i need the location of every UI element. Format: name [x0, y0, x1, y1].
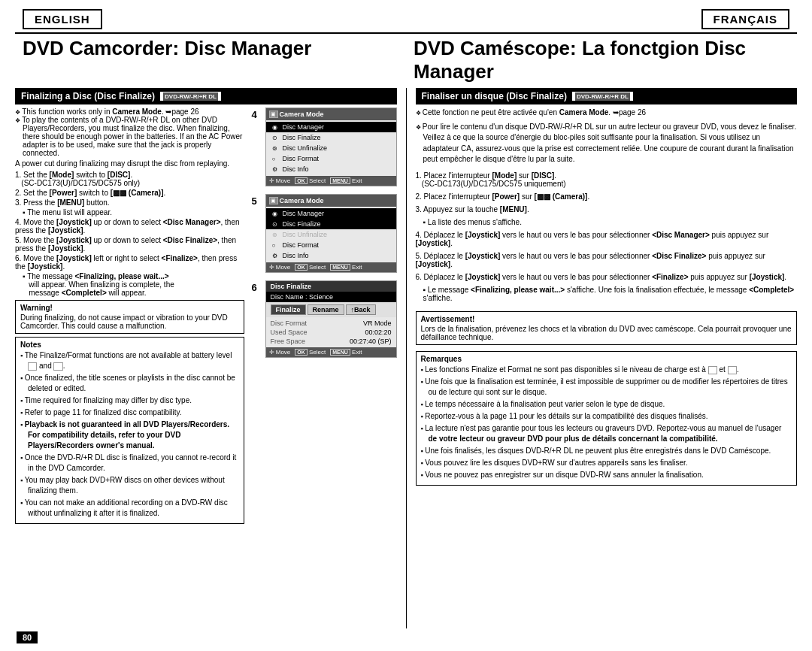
notes-box-en: Notes The Finalize/Format functions are …: [15, 337, 244, 524]
lang-fr-badge: FRANÇAIS: [701, 9, 790, 29]
disc-unfinalize-icon-5: ⊚: [272, 232, 280, 238]
menu-item-disc-manager-5: ◉Disc Manager: [266, 208, 396, 219]
intro-note: A power cut during finalizing may disrup…: [15, 159, 244, 168]
note-1: The Finalize/Format functions are not av…: [20, 350, 239, 371]
menu-item-disc-finalize-5: ⊙Disc Finalize: [266, 219, 396, 229]
section-title-fr: Finaliser un disque (Disc Finalize): [422, 91, 567, 101]
nav-menu-6: MENU Exit: [330, 349, 362, 356]
warning-title-en: Warning!: [20, 304, 239, 312]
nav-move-4: ✛ Move: [269, 177, 291, 184]
screen6-number: 6: [252, 282, 257, 293]
step-4: 4. Move the [Joystick] up or down to sel…: [15, 218, 244, 235]
rem-title-fr: Remarques: [421, 355, 792, 363]
intro-bullet-2: To play the contents of a DVD-RW/-R/+R D…: [15, 116, 244, 157]
main-content: Finalizing a Disc (Disc Finalize) DVD-RW…: [0, 83, 812, 633]
screen6-actions: Finalize Rename ↑Back: [266, 302, 396, 317]
page: ENGLISH FRANÇAIS DVD Camcorder: Disc Man…: [0, 0, 812, 651]
screen4: ▣ Camera Mode ◉Disc Manager ⊙Disc Finali…: [265, 107, 397, 186]
fr-note-8: Vous ne pouvez pas enregistrer sur un di…: [421, 470, 792, 480]
used-space-label: Used Space: [271, 329, 308, 336]
note-4: Refer to page 11 for finalized disc comp…: [20, 407, 239, 418]
screen6-disc-name: Disc Name : Science: [266, 292, 396, 302]
fr-step-3a: ▪ La liste des menus s'affiche.: [416, 218, 798, 226]
fr-note-7: Vous pouvez lire les disques DVD+RW sur …: [421, 458, 792, 468]
used-space-row: Used Space 00:02:20: [271, 328, 392, 337]
warning-text-en: During finalizing, do not cause impact o…: [20, 313, 239, 330]
title-row: DVD Camcorder: Disc Manager DVD Caméscop…: [0, 34, 812, 83]
step-2: 2. Set the [Power] switch to [▩▩ (Camera…: [15, 189, 244, 197]
fr-step-4: 4. Déplacez le [Joystick] vers le haut o…: [416, 231, 798, 247]
screen4-nav: ✛ Move OK Select MENU Exit: [266, 176, 396, 186]
col-french: Finaliser un disque (Disc Finalize) DVD-…: [416, 88, 798, 628]
note-5: Playback is not guaranteed in all DVD Pl…: [20, 419, 239, 451]
nav-move-6: ✛ Move: [269, 349, 291, 356]
dvd-badge-fr: DVD-RW/-R/+R DL: [571, 91, 634, 101]
step-6: 6. Move the [Joystick] left or right to …: [15, 254, 244, 271]
disc-unfinalize-icon-4: ⊚: [272, 145, 280, 152]
tback-button[interactable]: ↑Back: [346, 304, 376, 315]
screen6-info: Disc Format VR Mode Used Space 00:02:20 …: [266, 317, 396, 347]
page-title-en: DVD Camcorder: Disc Manager: [23, 37, 398, 83]
section-header-fr: Finaliser un disque (Disc Finalize) DVD-…: [416, 88, 798, 104]
screen5-camera-label: Camera Mode: [280, 197, 324, 204]
disc-info-icon-5: ⚙: [272, 253, 280, 259]
screen6-nav: ✛ Move OK Select MENU Exit: [266, 347, 396, 357]
fr-step-1: 1. Placez l'interrupteur [Mode] sur [DIS…: [416, 171, 798, 188]
avert-box-fr: Avertissement! Lors de la finalisation, …: [416, 311, 798, 345]
intro-bullet-1: This function works only in Camera Mode.…: [15, 107, 244, 116]
note-3: Time required for finalizing may differ …: [20, 395, 239, 406]
nav-ok-4: OK Select: [295, 177, 326, 184]
fr-note-5: La lecture n'est pas garantie pour tous …: [421, 423, 792, 444]
fr-intro-bullet-2: Pour lire le contenu d'un disque DVD-RW/…: [416, 122, 798, 165]
screen6: Disc Finalize Disc Name : Science Finali…: [265, 280, 397, 358]
col-english: Finalizing a Disc (Disc Finalize) DVD-RW…: [15, 88, 397, 628]
fr-step-5: 5. Déplacez le [Joystick] vers le haut o…: [416, 252, 798, 268]
fr-note-4: Reportez-vous à la page 11 pour les déta…: [421, 411, 792, 422]
screen5-nav: ✛ Move OK Select MENU Exit: [266, 262, 396, 272]
screen4-top: ▣ Camera Mode: [266, 108, 396, 120]
menu-item-disc-info-4: ⚙Disc Info: [266, 164, 396, 174]
screen4-menu: ◉Disc Manager ⊙Disc Finalize ⊚Disc Unfin…: [266, 120, 396, 176]
menu-item-disc-unfinalize-5: ⊚Disc Unfinalize: [266, 229, 396, 240]
nav-ok-6: OK Select: [295, 349, 326, 356]
center-divider: [406, 88, 407, 628]
fr-step-3: 3. Appuyez sur la touche [MENU].: [416, 205, 798, 213]
fr-note-3: Le temps nécessaire à la finalisation pe…: [421, 399, 792, 410]
menu-item-disc-format-5: ○Disc Format: [266, 240, 396, 250]
left-inner: This function works only in Camera Mode.…: [15, 107, 397, 628]
note-6: Once the DVD-R/+R DL disc is finalized, …: [20, 453, 239, 474]
camera-icon-4: ▣: [269, 111, 278, 118]
note-8: You can not make an additional recording…: [20, 498, 239, 519]
section-title-en: Finalizing a Disc (Disc Finalize): [21, 91, 155, 101]
left-text-area: This function works only in Camera Mode.…: [15, 107, 244, 628]
screen5-wrapper: 5 ▣ Camera Mode ◉Disc Manager: [265, 194, 397, 273]
nav-menu-5: MENU Exit: [330, 264, 362, 271]
menu-item-disc-info-5: ⚙Disc Info: [266, 250, 396, 261]
step-3: 3. Press the [MENU] button.: [15, 198, 244, 207]
free-space-row: Free Space 00:27:40 (SP): [271, 337, 392, 346]
note-2: Once finalized, the title scenes or play…: [20, 373, 239, 394]
disc-manager-icon-4: ◉: [272, 124, 280, 131]
rename-button[interactable]: Rename: [308, 304, 344, 315]
footer: 80: [0, 633, 812, 651]
step-1: 1. Set the [Mode] switch to [DISC]. (SC-…: [15, 171, 244, 187]
finalize-button[interactable]: Finalize: [271, 304, 306, 315]
disc-format-val: VR Mode: [363, 319, 392, 327]
fr-step-6: 6. Déplacez le [Joystick] vers le haut o…: [416, 273, 798, 281]
free-space-label: Free Space: [271, 338, 306, 345]
disc-finalize-icon-4: ⊙: [272, 135, 280, 141]
fr-intro-bullet-1: Cette fonction ne peut être activée qu'e…: [416, 107, 798, 119]
menu-item-disc-format-4: ○Disc Format: [266, 153, 396, 164]
avert-title-fr: Avertissement!: [421, 315, 792, 323]
menu-item-disc-finalize-4: ⊙Disc Finalize: [266, 132, 396, 143]
nav-move-5: ✛ Move: [269, 264, 291, 271]
menu-item-disc-manager-4: ◉Disc Manager: [266, 122, 396, 132]
avert-text-fr: Lors de la finalisation, prévenez les ch…: [421, 325, 792, 341]
nav-ok-5: OK Select: [295, 264, 326, 271]
used-space-val: 00:02:20: [365, 329, 391, 336]
disc-finalize-icon-5: ⊙: [272, 221, 280, 228]
step-3a: ▪ The menu list will appear.: [15, 208, 244, 216]
camera-icon-5: ▣: [269, 197, 278, 204]
page-title-fr: DVD Caméscope: La fonctgion Disc Manager: [398, 37, 789, 83]
disc-format-icon-4: ○: [272, 156, 280, 162]
